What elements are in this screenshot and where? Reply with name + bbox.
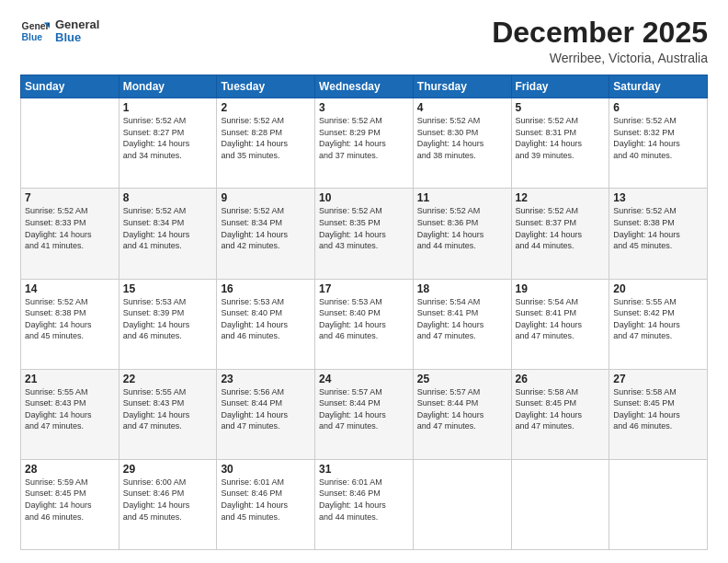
cell-info: Sunrise: 5:52 AM Sunset: 8:29 PM Dayligh…: [319, 115, 409, 161]
calendar-cell: 19Sunrise: 5:54 AM Sunset: 8:41 PM Dayli…: [511, 279, 609, 369]
calendar-cell: [511, 459, 609, 549]
day-number: 3: [319, 101, 409, 114]
cell-info: Sunrise: 5:52 AM Sunset: 8:33 PM Dayligh…: [25, 205, 115, 251]
cell-info: Sunrise: 5:53 AM Sunset: 8:39 PM Dayligh…: [123, 296, 213, 342]
week-row-2: 7Sunrise: 5:52 AM Sunset: 8:33 PM Daylig…: [21, 189, 708, 279]
day-number: 19: [516, 282, 606, 295]
col-header-thursday: Thursday: [413, 75, 511, 98]
day-number: 9: [221, 191, 311, 204]
calendar-cell: 25Sunrise: 5:57 AM Sunset: 8:44 PM Dayli…: [413, 369, 511, 459]
day-number: 23: [221, 373, 311, 385]
cell-info: Sunrise: 5:52 AM Sunset: 8:30 PM Dayligh…: [417, 115, 507, 161]
col-header-tuesday: Tuesday: [217, 75, 315, 98]
cell-info: Sunrise: 6:00 AM Sunset: 8:46 PM Dayligh…: [123, 477, 213, 523]
calendar-cell: 6Sunrise: 5:52 AM Sunset: 8:32 PM Daylig…: [609, 98, 708, 189]
logo: General Blue General Blue: [20, 17, 99, 46]
day-number: 21: [25, 373, 115, 385]
calendar-header-row: SundayMondayTuesdayWednesdayThursdayFrid…: [21, 75, 708, 98]
calendar-cell: 17Sunrise: 5:53 AM Sunset: 8:40 PM Dayli…: [315, 279, 414, 369]
calendar-cell: 1Sunrise: 5:52 AM Sunset: 8:27 PM Daylig…: [119, 98, 217, 189]
calendar-cell: 3Sunrise: 5:52 AM Sunset: 8:29 PM Daylig…: [315, 98, 414, 189]
day-number: 30: [221, 463, 311, 476]
calendar-cell: 12Sunrise: 5:52 AM Sunset: 8:37 PM Dayli…: [511, 189, 609, 279]
calendar-cell: 10Sunrise: 5:52 AM Sunset: 8:35 PM Dayli…: [315, 189, 414, 279]
cell-info: Sunrise: 5:57 AM Sunset: 8:44 PM Dayligh…: [417, 386, 507, 432]
calendar-cell: 15Sunrise: 5:53 AM Sunset: 8:39 PM Dayli…: [119, 279, 217, 369]
calendar-cell: 16Sunrise: 5:53 AM Sunset: 8:40 PM Dayli…: [217, 279, 315, 369]
day-number: 10: [319, 191, 409, 204]
cell-info: Sunrise: 5:54 AM Sunset: 8:41 PM Dayligh…: [516, 296, 606, 342]
cell-info: Sunrise: 5:52 AM Sunset: 8:38 PM Dayligh…: [25, 296, 115, 342]
logo-text-general: General: [55, 18, 99, 31]
calendar-cell: 30Sunrise: 6:01 AM Sunset: 8:46 PM Dayli…: [217, 459, 315, 549]
calendar-cell: 9Sunrise: 5:52 AM Sunset: 8:34 PM Daylig…: [217, 189, 315, 279]
week-row-4: 21Sunrise: 5:55 AM Sunset: 8:43 PM Dayli…: [21, 369, 708, 459]
calendar-cell: 20Sunrise: 5:55 AM Sunset: 8:42 PM Dayli…: [609, 279, 708, 369]
cell-info: Sunrise: 5:52 AM Sunset: 8:37 PM Dayligh…: [516, 205, 606, 251]
calendar-cell: [21, 98, 119, 189]
day-number: 26: [516, 373, 606, 385]
title-block: December 2025 Werribee, Victoria, Austra…: [492, 17, 708, 65]
calendar-cell: 5Sunrise: 5:52 AM Sunset: 8:31 PM Daylig…: [511, 98, 609, 189]
calendar-cell: [609, 459, 708, 549]
cell-info: Sunrise: 5:52 AM Sunset: 8:35 PM Dayligh…: [319, 205, 409, 251]
header: General Blue General Blue December 2025 …: [20, 17, 708, 65]
calendar-cell: 29Sunrise: 6:00 AM Sunset: 8:46 PM Dayli…: [119, 459, 217, 549]
week-row-3: 14Sunrise: 5:52 AM Sunset: 8:38 PM Dayli…: [21, 279, 708, 369]
logo-icon: General Blue: [20, 17, 50, 46]
day-number: 4: [417, 101, 507, 114]
cell-info: Sunrise: 5:59 AM Sunset: 8:45 PM Dayligh…: [25, 477, 115, 523]
cell-info: Sunrise: 5:58 AM Sunset: 8:45 PM Dayligh…: [613, 386, 703, 432]
logo-text-blue: Blue: [55, 31, 99, 44]
col-header-friday: Friday: [511, 75, 609, 98]
calendar-cell: 4Sunrise: 5:52 AM Sunset: 8:30 PM Daylig…: [413, 98, 511, 189]
day-number: 28: [25, 463, 115, 476]
location: Werribee, Victoria, Australia: [492, 51, 708, 65]
calendar-cell: 28Sunrise: 5:59 AM Sunset: 8:45 PM Dayli…: [21, 459, 119, 549]
calendar-cell: 26Sunrise: 5:58 AM Sunset: 8:45 PM Dayli…: [511, 369, 609, 459]
day-number: 12: [516, 191, 606, 204]
cell-info: Sunrise: 5:55 AM Sunset: 8:43 PM Dayligh…: [123, 386, 213, 432]
week-row-5: 28Sunrise: 5:59 AM Sunset: 8:45 PM Dayli…: [21, 459, 708, 549]
cell-info: Sunrise: 5:52 AM Sunset: 8:38 PM Dayligh…: [613, 205, 703, 251]
day-number: 25: [417, 373, 507, 385]
cell-info: Sunrise: 5:56 AM Sunset: 8:44 PM Dayligh…: [221, 386, 311, 432]
day-number: 1: [123, 101, 213, 114]
calendar-cell: 31Sunrise: 6:01 AM Sunset: 8:46 PM Dayli…: [315, 459, 414, 549]
day-number: 2: [221, 101, 311, 114]
cell-info: Sunrise: 5:52 AM Sunset: 8:27 PM Dayligh…: [123, 115, 213, 161]
cell-info: Sunrise: 5:54 AM Sunset: 8:41 PM Dayligh…: [417, 296, 507, 342]
svg-text:Blue: Blue: [22, 32, 43, 42]
calendar-cell: 14Sunrise: 5:52 AM Sunset: 8:38 PM Dayli…: [21, 279, 119, 369]
cell-info: Sunrise: 5:57 AM Sunset: 8:44 PM Dayligh…: [319, 386, 409, 432]
day-number: 14: [25, 282, 115, 295]
day-number: 27: [613, 373, 703, 385]
calendar-cell: 27Sunrise: 5:58 AM Sunset: 8:45 PM Dayli…: [609, 369, 708, 459]
calendar-cell: 2Sunrise: 5:52 AM Sunset: 8:28 PM Daylig…: [217, 98, 315, 189]
day-number: 17: [319, 282, 409, 295]
day-number: 18: [417, 282, 507, 295]
cell-info: Sunrise: 5:53 AM Sunset: 8:40 PM Dayligh…: [319, 296, 409, 342]
cell-info: Sunrise: 6:01 AM Sunset: 8:46 PM Dayligh…: [319, 477, 409, 523]
day-number: 20: [613, 282, 703, 295]
day-number: 6: [613, 101, 703, 114]
col-header-monday: Monday: [119, 75, 217, 98]
day-number: 7: [25, 191, 115, 204]
day-number: 5: [516, 101, 606, 114]
cell-info: Sunrise: 5:52 AM Sunset: 8:31 PM Dayligh…: [516, 115, 606, 161]
day-number: 11: [417, 191, 507, 204]
calendar-cell: 22Sunrise: 5:55 AM Sunset: 8:43 PM Dayli…: [119, 369, 217, 459]
day-number: 13: [613, 191, 703, 204]
day-number: 8: [123, 191, 213, 204]
day-number: 29: [123, 463, 213, 476]
cell-info: Sunrise: 6:01 AM Sunset: 8:46 PM Dayligh…: [221, 477, 311, 523]
cell-info: Sunrise: 5:53 AM Sunset: 8:40 PM Dayligh…: [221, 296, 311, 342]
calendar-cell: 18Sunrise: 5:54 AM Sunset: 8:41 PM Dayli…: [413, 279, 511, 369]
calendar-cell: 21Sunrise: 5:55 AM Sunset: 8:43 PM Dayli…: [21, 369, 119, 459]
day-number: 15: [123, 282, 213, 295]
calendar-cell: 13Sunrise: 5:52 AM Sunset: 8:38 PM Dayli…: [609, 189, 708, 279]
cell-info: Sunrise: 5:52 AM Sunset: 8:28 PM Dayligh…: [221, 115, 311, 161]
calendar-cell: 8Sunrise: 5:52 AM Sunset: 8:34 PM Daylig…: [119, 189, 217, 279]
calendar-cell: 11Sunrise: 5:52 AM Sunset: 8:36 PM Dayli…: [413, 189, 511, 279]
col-header-wednesday: Wednesday: [315, 75, 414, 98]
